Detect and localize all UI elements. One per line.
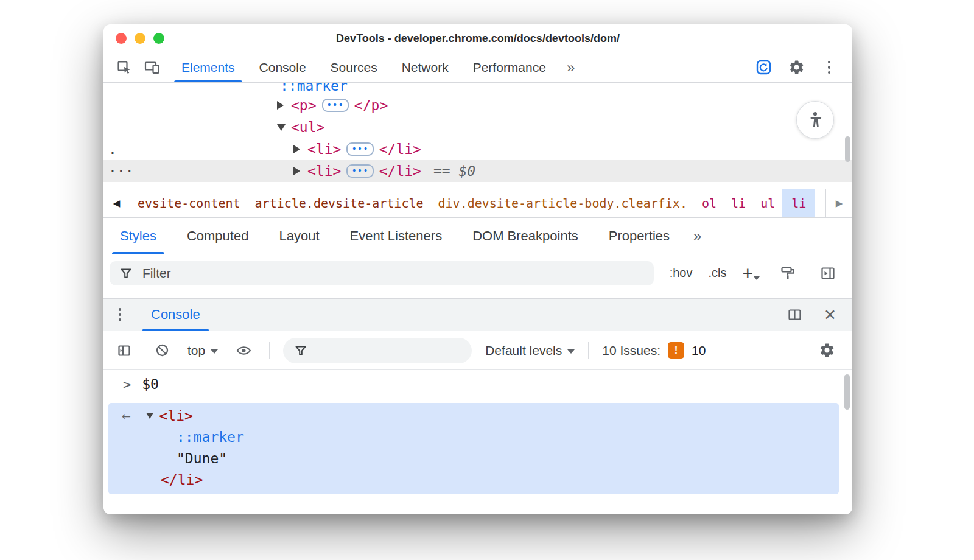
dropdown-caret-icon	[567, 349, 575, 354]
log-levels-selector[interactable]: Default levels	[485, 343, 575, 358]
issues-warning-icon: !	[668, 342, 684, 359]
breadcrumb-scroll-right-icon[interactable]: ▶	[825, 189, 852, 217]
styles-panel-tab-strip: Styles Computed Layout Event Listeners D…	[103, 218, 852, 254]
tab-properties[interactable]: Properties	[594, 218, 685, 254]
zoom-window-button[interactable]	[153, 33, 164, 44]
tab-dom-breakpoints[interactable]: DOM Breakpoints	[457, 218, 594, 254]
breadcrumb-item[interactable]: evsite-content	[130, 189, 248, 217]
devtools-main-toolbar: Elements Console Sources Network Perform…	[103, 52, 852, 83]
result-text-row[interactable]: "Dune"	[177, 447, 227, 469]
dom-node-p[interactable]: <p> ••• </p>	[103, 94, 852, 116]
console-command-row[interactable]: > $0	[103, 370, 852, 398]
toolbar-divider	[588, 342, 589, 359]
new-style-rule-button[interactable]: +	[742, 265, 760, 281]
styles-filter-bar: :hov .cls +	[103, 254, 852, 292]
tab-styles[interactable]: Styles	[105, 218, 172, 254]
clipped-text-fragment: ...	[108, 159, 134, 175]
breadcrumb-item[interactable]: div.devsite-article-body.clearfix.	[431, 189, 695, 217]
disclosure-triangle-icon[interactable]	[293, 145, 300, 153]
result-open-tag-row[interactable]: ← <li>	[122, 405, 193, 426]
close-drawer-icon[interactable]: ✕	[824, 306, 836, 324]
breadcrumb-item[interactable]: li	[724, 189, 753, 217]
close-window-button[interactable]	[116, 33, 127, 44]
breadcrumb-item[interactable]: article.devsite-article	[248, 189, 431, 217]
toolbar-divider	[269, 342, 270, 359]
desktop-background: DevTools - developer.chrome.com/docs/dev…	[0, 0, 974, 560]
inline-expand-icon[interactable]: •••	[346, 142, 373, 156]
dom-node-ul[interactable]: <ul>	[103, 116, 852, 138]
drawer-header-right-icons: ✕	[782, 299, 852, 331]
tab-console[interactable]: Console	[247, 52, 318, 82]
accessibility-person-button[interactable]	[796, 101, 834, 139]
inline-expand-icon[interactable]: •••	[346, 164, 373, 178]
live-expression-eye-icon[interactable]	[231, 338, 256, 363]
dom-tree-scrollbar-thumb[interactable]	[845, 136, 850, 162]
disclosure-triangle-icon[interactable]	[293, 167, 300, 175]
filter-funnel-icon	[119, 267, 133, 280]
execution-context-selector[interactable]: top	[187, 343, 218, 358]
clear-console-icon[interactable]	[150, 338, 174, 363]
pseudo-element-label: ::marker	[280, 83, 348, 94]
panel-tab-strip: Elements Console Sources Network Perform…	[169, 52, 558, 82]
breadcrumb-item-selected[interactable]: li	[782, 189, 815, 217]
rendering-brush-icon[interactable]	[776, 261, 800, 285]
tab-layout[interactable]: Layout	[264, 218, 334, 254]
console-settings-gear-icon[interactable]	[815, 338, 839, 363]
disclosure-triangle-icon[interactable]	[277, 101, 284, 110]
styles-pane-empty-area	[103, 292, 852, 298]
breadcrumb-item[interactable]: ul	[753, 189, 782, 217]
devtools-window: DevTools - developer.chrome.com/docs/dev…	[103, 24, 852, 514]
console-output-area: > $0 ← <li> ::marker "Dune" </li>	[103, 370, 852, 514]
minimize-window-button[interactable]	[135, 33, 145, 44]
result-close-tag-row[interactable]: </li>	[161, 469, 203, 490]
more-panel-tabs-icon[interactable]: »	[685, 218, 711, 254]
filter-funnel-icon	[294, 344, 307, 357]
reveal-in-elements-arrow-icon[interactable]: ←	[122, 407, 130, 424]
console-result-highlighted[interactable]: ← <li> ::marker "Dune" </li>	[108, 403, 839, 494]
toggle-class-button[interactable]: .cls	[708, 266, 726, 280]
more-options-kebab-icon[interactable]	[817, 55, 841, 80]
disclosure-triangle-icon[interactable]	[277, 124, 286, 131]
console-scrollbar-thumb[interactable]	[844, 374, 850, 410]
dom-node-li-2-selected[interactable]: <li> ••• </li> == $0	[103, 160, 852, 182]
toggle-device-toolbar-icon[interactable]	[140, 55, 164, 80]
console-filter-field[interactable]	[283, 338, 472, 363]
toggle-hover-state-button[interactable]: :hov	[670, 266, 693, 280]
drawer-tab-console[interactable]: Console	[139, 299, 212, 331]
breadcrumb-scroll-left-icon[interactable]: ◀	[103, 189, 130, 217]
toolbar-right-icons	[751, 52, 852, 82]
disclosure-triangle-icon[interactable]	[146, 413, 153, 419]
titlebar: DevTools - developer.chrome.com/docs/dev…	[103, 24, 852, 52]
dom-node-li-1[interactable]: <li> ••• </li>	[103, 138, 852, 160]
toggle-sidebar-icon[interactable]	[816, 261, 840, 285]
tab-event-listeners[interactable]: Event Listeners	[335, 218, 458, 254]
devtools-sync-icon[interactable]	[751, 55, 776, 80]
dropdown-caret-icon	[754, 276, 760, 280]
styles-filter-input[interactable]	[142, 266, 644, 281]
toolbar-left-icons	[103, 52, 169, 82]
drawer-menu-kebab-icon[interactable]	[103, 299, 136, 331]
breadcrumb-item[interactable]: ol	[695, 189, 724, 217]
tab-elements[interactable]: Elements	[169, 52, 247, 82]
more-tabs-icon[interactable]: »	[558, 52, 584, 82]
tab-network[interactable]: Network	[390, 52, 461, 82]
dom-breadcrumb-bar: ◀ evsite-content article.devsite-article…	[103, 189, 852, 218]
console-sidebar-icon[interactable]	[112, 338, 136, 363]
inline-expand-icon[interactable]: •••	[322, 99, 349, 112]
tab-performance[interactable]: Performance	[461, 52, 558, 82]
window-controls	[116, 33, 164, 44]
console-prompt-chevron-icon: >	[123, 377, 131, 392]
split-panel-icon[interactable]	[782, 303, 807, 327]
console-drawer-header: Console ✕	[103, 298, 852, 331]
console-toolbar: top Default levels 10 Issue	[103, 331, 852, 370]
styles-filter-field[interactable]	[110, 261, 654, 285]
inspect-element-icon[interactable]	[112, 55, 136, 80]
issues-counter[interactable]: 10 Issues: ! 10	[602, 342, 706, 359]
tab-sources[interactable]: Sources	[318, 52, 390, 82]
clipped-text-fragment: .	[108, 141, 117, 157]
window-title: DevTools - developer.chrome.com/docs/dev…	[336, 32, 620, 45]
console-reference-hint: == $0	[433, 163, 475, 179]
result-marker-row[interactable]: ::marker	[177, 426, 244, 447]
tab-computed[interactable]: Computed	[172, 218, 264, 254]
settings-gear-icon[interactable]	[784, 55, 808, 80]
